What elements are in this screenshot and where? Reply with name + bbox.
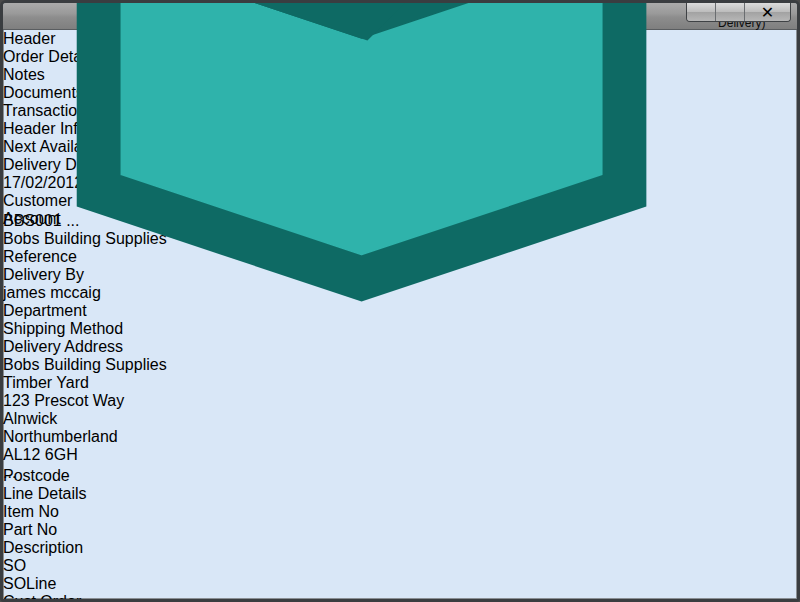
close-icon: ✕ — [761, 3, 774, 22]
line-details-title: Line Details — [3, 485, 87, 502]
line-details-group: Line Details Item No Part No Description… — [3, 485, 797, 602]
column-header[interactable]: Part No — [3, 521, 797, 539]
postcode-label: Postcode — [3, 467, 70, 484]
column-header[interactable]: SO — [3, 557, 797, 575]
delivery-address-field[interactable]: Bobs Building Supplies Timber Yard 123 P… — [3, 356, 247, 467]
window-controls: ✕ — [686, 3, 791, 22]
close-window-button[interactable]: ✕ — [745, 3, 790, 21]
app-box-icon — [11, 0, 712, 367]
address-line: Timber Yard — [3, 374, 247, 392]
new-delivery-window: (New Delivery) ✕ Header Order Details No… — [0, 0, 800, 602]
address-line: 123 Prescot Way — [3, 392, 247, 410]
column-header[interactable]: Cust Order — [3, 593, 797, 602]
grid-header-row: Item No Part No Description SO SOLine Cu… — [3, 503, 797, 602]
address-line: AL12 6GH — [3, 446, 247, 464]
address-line: Alnwick — [3, 410, 247, 428]
minimize-button[interactable] — [687, 3, 716, 21]
titlebar[interactable]: (New Delivery) ✕ — [3, 3, 797, 30]
line-details-grid: Item No Part No Description SO SOLine Cu… — [3, 503, 797, 602]
address-line: Northumberland — [3, 428, 247, 446]
column-header[interactable]: Description — [3, 539, 797, 557]
maximize-button[interactable] — [716, 3, 745, 21]
column-header[interactable]: SOLine — [3, 575, 797, 593]
column-header[interactable]: Item No — [3, 503, 797, 521]
